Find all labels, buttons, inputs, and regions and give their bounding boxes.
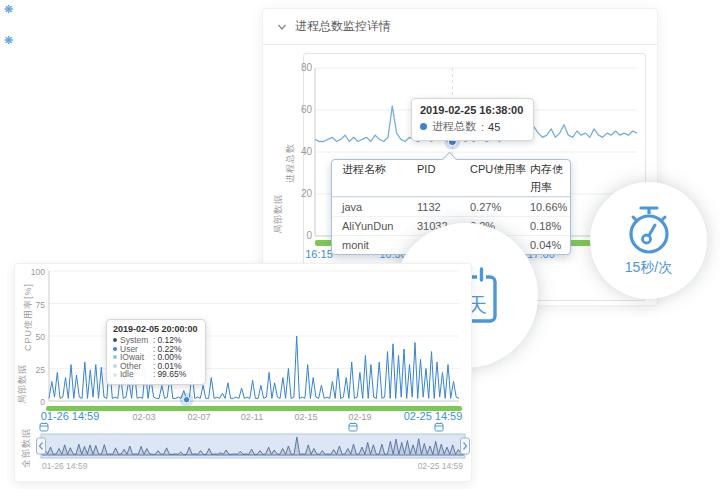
cpu-chart-svg[interactable] <box>15 264 471 481</box>
table-cell: monit <box>342 236 417 254</box>
brush-handle-right[interactable] <box>461 438 470 454</box>
event-marker-icon[interactable] <box>348 422 358 432</box>
chevron-down-icon[interactable] <box>277 22 287 32</box>
series-dot-icon <box>113 347 117 351</box>
table-cell: 0.27% <box>470 198 530 216</box>
table-cell: 1132 <box>417 198 470 216</box>
table-cell: CPU使用率 <box>470 160 530 196</box>
proc-x-tick: 16:15 <box>305 248 333 260</box>
brush-start-label: 01-26 14:59 <box>42 461 87 471</box>
proc-y-tick: 20 <box>282 189 312 199</box>
series-dot-icon <box>113 338 117 342</box>
data-brush[interactable] <box>37 434 470 458</box>
table-cell: PID <box>417 160 470 196</box>
corner-sparkle-icon: ❋ <box>4 34 13 47</box>
cpu-x-tick: 02-15 <box>294 412 317 422</box>
cpu-x-tick: 02-07 <box>187 412 210 422</box>
cpu-x-tick: 02-19 <box>348 412 371 422</box>
table-cell: java <box>342 198 417 216</box>
frequency-badge: 15秒/次 <box>590 182 707 299</box>
series-dot-icon <box>113 364 117 368</box>
tooltip-row: Idle:99.65% <box>113 370 198 379</box>
tooltip-series: 进程总数 <box>432 119 476 134</box>
cpu-x-tick: 02-11 <box>241 412 263 422</box>
cpu-y-tick: 100 <box>15 267 45 277</box>
tooltip-time: 2019-02-25 16:38:00 <box>420 104 523 116</box>
tooltip-value: 45 <box>488 121 500 133</box>
tooltip-time: 2019-02-05 20:00:00 <box>113 324 198 334</box>
table-cell: 0.04% <box>530 236 570 254</box>
series-dot-icon <box>420 123 427 130</box>
cpu-zoom-label: 局部数据 <box>16 364 29 404</box>
table-row: java11320.27%10.66% <box>332 197 570 216</box>
cpu-tooltip: 2019-02-05 20:00:00 System:0.12%User:0.2… <box>106 319 206 385</box>
table-cell: 内存使用率 <box>530 160 570 196</box>
series-dot-icon <box>113 355 117 359</box>
cpu-usage-panel: 1007550250 01-26 14:5902-0302-0702-1102-… <box>14 263 472 482</box>
table-cell: 0.18% <box>530 217 570 235</box>
process-tooltip: 2019-02-25 16:38:00 进程总数 : 45 <box>411 98 534 141</box>
panel-title: 进程总数监控详情 <box>295 18 391 35</box>
table-cell: AliYunDun <box>342 217 417 235</box>
cpu-x-tick: 02-25 14:59 <box>404 410 463 422</box>
proc-y-tick: 60 <box>282 105 312 115</box>
series-dot-icon <box>113 373 117 377</box>
table-cell: 10.66% <box>530 198 570 216</box>
cpu-x-tick: 01-26 14:59 <box>41 410 100 422</box>
stopwatch-icon <box>622 204 676 256</box>
proc-zoom-label: 局部数据 <box>272 194 285 234</box>
proc-y-tick: 0 <box>282 231 312 241</box>
cpu-y-axis-name: CPU使用率[%] <box>22 283 35 351</box>
event-marker-icon[interactable] <box>39 422 49 432</box>
cpu-x-tick: 02-03 <box>132 412 155 422</box>
panel-header: 进程总数监控详情 <box>263 9 657 45</box>
brush-end-label: 02-25 14:59 <box>418 461 463 471</box>
cpu-all-data-label: 全部数据 <box>20 428 33 468</box>
event-marker-icon[interactable] <box>434 422 444 432</box>
datazoom-slider[interactable] <box>46 406 462 411</box>
page: ❋ ❋ 进程总数监控详情 进程总数 局部数据 <box>0 0 720 489</box>
brush-handle-left[interactable] <box>37 438 46 454</box>
table-cell: 进程名称 <box>342 160 417 196</box>
proc-y-tick: 40 <box>282 147 312 157</box>
proc-y-tick: 80 <box>282 63 312 73</box>
frequency-badge-label: 15秒/次 <box>625 259 672 277</box>
corner-sparkle-icon: ❋ <box>4 3 13 16</box>
